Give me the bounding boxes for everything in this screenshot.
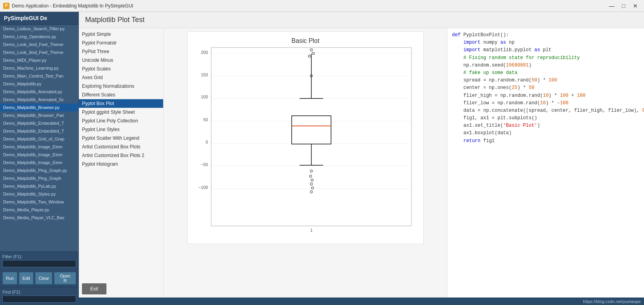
code-line: center = np.ones(25) * 50 xyxy=(452,84,639,92)
psg-list-item[interactable]: Demo_Matplotlib_Animated.py xyxy=(0,88,78,96)
psg-list-item[interactable]: Demo_Look_And_Feel_Theme xyxy=(0,41,78,48)
code-line: # fake up some data xyxy=(452,69,639,77)
window-title: Demo Application - Embedding Matplotlib … xyxy=(12,3,133,9)
plot-area: Basic Plot 200 150 100 50 0 −50 xyxy=(164,28,447,298)
psg-sidebar-header: PySimpleGUI De xyxy=(0,12,78,25)
code-panel: def PyplotBoxPlot(): import numpy as np … xyxy=(447,28,644,298)
demo-list-item[interactable]: PyPlot Three xyxy=(79,47,163,56)
psg-list-item[interactable]: Demo_Matplotlib.py xyxy=(0,80,78,88)
psg-list-item[interactable]: Demo_Matplotlib_PyLab.py xyxy=(0,182,78,190)
psg-list-item[interactable]: Demo_MIDI_Player.py xyxy=(0,56,78,64)
demo-list-item[interactable]: Pyplot Simple xyxy=(79,30,163,39)
window-controls: — □ ✕ xyxy=(606,2,641,10)
y-label-0: 0 xyxy=(205,140,208,144)
app-container: PySimpleGUI De Demo_Listbox_Search_Filte… xyxy=(0,12,644,305)
psg-list-item[interactable]: Demo_Matplotlib_Two_Window xyxy=(0,198,78,206)
psg-list-item[interactable]: Demo_Matplotlib_Grid_of_Grap xyxy=(0,135,78,143)
demo-list-item[interactable]: Axes Grid xyxy=(79,73,163,82)
status-bar: https://blog.csdn.net/yuetaope xyxy=(79,298,644,305)
code-line: spread = np.random.rand(50) * 100 xyxy=(452,77,639,84)
demo-list-item[interactable]: Pyplot Line Poly Collection xyxy=(79,116,163,125)
y-label-50: 50 xyxy=(203,117,208,122)
code-line: # Fixing random state for reproducibilit… xyxy=(452,54,639,62)
y-label-150: 150 xyxy=(201,72,208,77)
demo-app-header: Matplotlib Plot Test xyxy=(79,12,644,28)
left-panel: Pyplot SimplePyplot FormatstrPyPlot Thre… xyxy=(79,28,164,298)
demo-list-item[interactable]: Pyplot Histogram xyxy=(79,160,163,168)
psg-action-buttons: Run Edit Clear Open R xyxy=(0,270,78,287)
psg-list-item[interactable]: Demo_Media_Player.py xyxy=(0,206,78,214)
y-label-200: 200 xyxy=(201,50,208,55)
y-label-100: 100 xyxy=(201,94,208,99)
psg-list-item[interactable]: Demo_Machine_Learning.py xyxy=(0,64,78,72)
psg-find-area: Find (F2): xyxy=(0,287,78,305)
exit-button-area: Exit xyxy=(79,280,163,298)
demo-list-container: Pyplot SimplePyplot FormatstrPyPlot Thre… xyxy=(79,28,163,280)
psg-list-item[interactable]: Demo_Matplotlib_Embedded_T xyxy=(0,127,78,135)
find-input[interactable] xyxy=(2,296,76,303)
demo-body: Pyplot SimplePyplot FormatstrPyPlot Thre… xyxy=(79,28,644,298)
psg-file-list: Demo_Listbox_Search_Filter.pyDemo_Long_O… xyxy=(0,25,78,251)
y-label-minus50: −50 xyxy=(201,162,208,167)
demo-window: Matplotlib Plot Test Pyplot SimplePyplot… xyxy=(79,12,644,298)
demo-list-item[interactable]: Pyplot Scatter With Legend xyxy=(79,134,163,142)
filter-input[interactable] xyxy=(2,260,76,267)
psg-list-item[interactable]: Demo_Matplotlib_Ping_Graph.py xyxy=(0,166,78,174)
code-line: flier_high = np.random.rand(10) * 100 + … xyxy=(452,92,639,100)
title-bar: P Demo Application - Embedding Matplotli… xyxy=(0,0,644,12)
app-icon: P xyxy=(3,3,9,9)
code-line: return fig1 xyxy=(452,137,639,145)
plot-title-text: Basic Plot xyxy=(291,37,319,44)
exit-button[interactable]: Exit xyxy=(82,283,106,294)
demo-list-item[interactable]: Pyplot Line Styles xyxy=(79,125,163,134)
box-plot-svg: Basic Plot 200 150 100 50 0 −50 xyxy=(188,32,423,244)
psg-list-item[interactable]: Demo_Matplotlib_Animated_Sc xyxy=(0,96,78,104)
find-label: Find (F2): xyxy=(2,290,76,294)
psg-list-item[interactable]: Demo_Listbox_Search_Filter.py xyxy=(0,25,78,33)
psg-list-item[interactable]: Demo_Matplotlib_Image_Elem xyxy=(0,159,78,166)
code-line: ax1.set_title('Basic Plot') xyxy=(452,122,639,129)
plot-container: Basic Plot 200 150 100 50 0 −50 xyxy=(187,31,424,244)
demo-list-item[interactable]: Different Scales xyxy=(79,91,163,99)
edit-button[interactable]: Edit xyxy=(19,272,34,285)
code-line: fig1, ax1 = plt.subplots() xyxy=(452,115,639,122)
code-line: import matplotlib.pyplot as plt xyxy=(452,46,639,54)
psg-list-item[interactable]: Demo_Main_Control_Test_Pan xyxy=(0,72,78,80)
psg-list-item[interactable]: Demo_Matplotlib_Browser.py xyxy=(0,104,78,111)
demo-list-item[interactable]: Unicode Minus xyxy=(79,56,163,65)
maximize-button[interactable]: □ xyxy=(618,2,629,10)
psg-list-item[interactable]: Demo_Matplotlib_Styles.py xyxy=(0,190,78,198)
main-content: Matplotlib Plot Test Pyplot SimplePyplot… xyxy=(79,12,644,305)
demo-list-item[interactable]: Pyplot Scales xyxy=(79,65,163,73)
clear-button[interactable]: Clear xyxy=(35,272,52,285)
code-line: np.random.seed(19680801) xyxy=(452,62,639,69)
filter-label: Filter (F1): xyxy=(2,254,76,259)
demo-list-item[interactable]: Pyplot Box Plot xyxy=(79,99,163,108)
psg-list-item[interactable]: Demo_Matplotlib_Embedded_T xyxy=(0,119,78,127)
psg-list-item[interactable]: Demo_Media_Player_VLC_Bas xyxy=(0,214,78,222)
demo-list-item[interactable]: Artist Customized Box Plots 2 xyxy=(79,151,163,160)
status-url: https://blog.csdn.net/yuetaope xyxy=(583,299,641,304)
box-rect xyxy=(292,116,331,144)
psg-list-item[interactable]: Demo_Matplotlib_Ping_Graph xyxy=(0,174,78,182)
psg-list-item[interactable]: Demo_Matplotlib_Browser_Pan xyxy=(0,111,78,119)
code-line: ax1.boxplot(data) xyxy=(452,129,639,137)
psg-list-item[interactable]: Demo_Matplotlib_Image_Elem xyxy=(0,151,78,159)
code-line: def PyplotBoxPlot(): xyxy=(452,31,639,39)
psg-list-item[interactable]: Demo_Look_And_Feel_Theme xyxy=(0,48,78,56)
psg-list-item[interactable]: Demo_Long_Operations.py xyxy=(0,33,78,41)
psg-list-item[interactable]: Demo_Matplotlib_Image_Elem xyxy=(0,143,78,151)
demo-list-item[interactable]: Artist Customized Box Plots xyxy=(79,142,163,151)
code-line: import numpy as np xyxy=(452,39,639,46)
open-button[interactable]: Open R xyxy=(54,272,76,285)
run-button[interactable]: Run xyxy=(2,272,17,285)
close-button[interactable]: ✕ xyxy=(630,2,641,10)
y-label-minus100: −100 xyxy=(198,185,208,190)
minimize-button[interactable]: — xyxy=(606,2,617,10)
demo-list-item[interactable]: Pyplot ggplot Style Sheet xyxy=(79,108,163,116)
demo-list-item[interactable]: Pyplot Formatstr xyxy=(79,39,163,47)
psg-sidebar: PySimpleGUI De Demo_Listbox_Search_Filte… xyxy=(0,12,79,305)
title-bar-left: P Demo Application - Embedding Matplotli… xyxy=(3,3,133,9)
demo-list-item[interactable]: Exploring Normalizations xyxy=(79,82,163,91)
code-line: flier_low = np.random.rand(10) * -100 xyxy=(452,100,639,107)
